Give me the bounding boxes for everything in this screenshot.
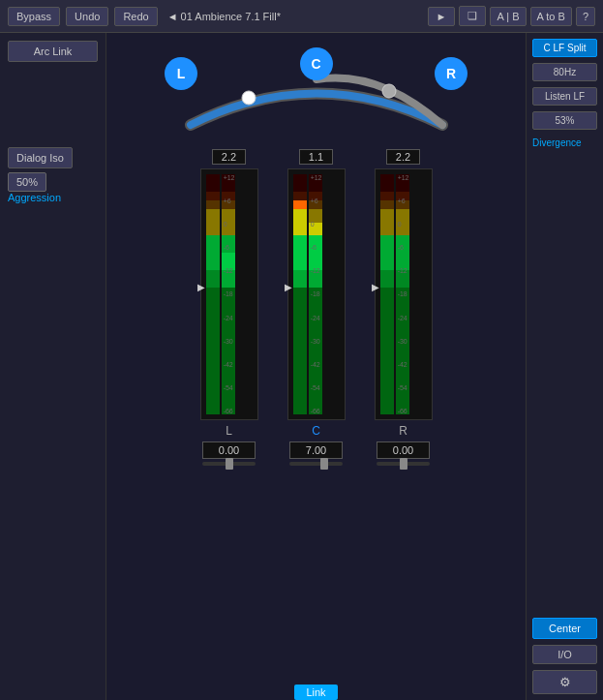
center-area: L C R 2.2 ▶ <box>106 33 526 700</box>
dialog-iso-button[interactable]: Dialog Iso <box>8 147 73 168</box>
meter-bar-C: ▶ <box>287 168 346 420</box>
channel-L-circle[interactable]: L <box>165 57 197 90</box>
left-panel: Arc Link Dialog Iso 50% Aggression <box>0 33 106 700</box>
ab-button[interactable]: A | B <box>490 7 526 26</box>
meter-label-C: C <box>312 424 320 438</box>
gear-button[interactable]: ⚙ <box>532 670 597 694</box>
playhead-R: ▶ <box>372 282 379 292</box>
io-button[interactable]: I/O <box>532 645 597 664</box>
top-toolbar: Bypass Undo Redo ◄ 01 Ambience 7.1 Fill*… <box>0 0 603 33</box>
center-button[interactable]: Center <box>532 618 597 639</box>
meter-channel-L: 2.2 ▶ <box>196 149 263 681</box>
fader-track-C[interactable] <box>289 462 343 466</box>
aggression-label[interactable]: Aggression <box>8 192 98 203</box>
meter-label-L: L <box>226 424 232 438</box>
hz-button[interactable]: 80Hz <box>532 63 597 81</box>
fader-handle-C[interactable] <box>320 458 328 470</box>
listen-lf-button[interactable]: Listen LF <box>532 87 597 106</box>
fader-C[interactable]: 7.00 <box>289 441 343 459</box>
meter-bar-R: ▶ <box>375 168 433 420</box>
right-panel: C LF Split 80Hz Listen LF 53% Divergence… <box>526 33 603 700</box>
channel-R-circle[interactable]: R <box>435 57 467 90</box>
undo-button[interactable]: Undo <box>66 7 108 26</box>
fader-R[interactable]: 0.00 <box>377 441 430 459</box>
aggression-percent-button[interactable]: 50% <box>8 172 46 192</box>
fader-L[interactable]: 0.00 <box>202 441 256 459</box>
svg-point-0 <box>242 91 256 105</box>
arc-visualization: L C R <box>106 43 526 149</box>
link-row: Link <box>106 685 526 700</box>
meter-channel-R: 2.2 ▶ <box>370 149 437 681</box>
divergence-right-label[interactable]: Divergence <box>532 137 597 148</box>
meter-value-L: 2.2 <box>212 149 246 165</box>
copy-button[interactable]: ❏ <box>459 6 486 26</box>
track-name: ◄ 01 Ambience 7.1 Fill* <box>167 11 281 22</box>
meter-value-R: 2.2 <box>386 149 420 165</box>
fader-track-L[interactable] <box>202 462 256 466</box>
redo-button[interactable]: Redo <box>114 7 157 26</box>
playhead-L: ▶ <box>197 282 205 292</box>
play-button[interactable]: ► <box>428 7 456 26</box>
meter-channel-C: 1.1 ▶ <box>283 149 350 681</box>
fader-handle-L[interactable] <box>226 458 233 470</box>
meter-bar-L: ▶ <box>200 168 258 420</box>
help-button[interactable]: ? <box>576 7 595 26</box>
meters-area: 2.2 ▶ <box>106 149 526 681</box>
meter-value-C: 1.1 <box>299 149 333 165</box>
channel-C-circle[interactable]: C <box>300 47 333 80</box>
arc-link-button[interactable]: Arc Link <box>8 41 98 62</box>
fader-handle-R[interactable] <box>400 458 407 470</box>
main-content: Arc Link Dialog Iso 50% Aggression <box>0 33 603 700</box>
playhead-C: ▶ <box>285 282 292 292</box>
clf-split-button[interactable]: C LF Split <box>532 39 597 57</box>
meter-label-R: R <box>399 424 407 438</box>
divergence-percent-button[interactable]: 53% <box>532 111 597 130</box>
bypass-button[interactable]: Bypass <box>8 7 60 26</box>
atob-button[interactable]: A to B <box>530 7 572 26</box>
link-button[interactable]: Link <box>294 685 337 700</box>
svg-point-1 <box>382 84 396 98</box>
fader-track-R[interactable] <box>377 462 430 466</box>
